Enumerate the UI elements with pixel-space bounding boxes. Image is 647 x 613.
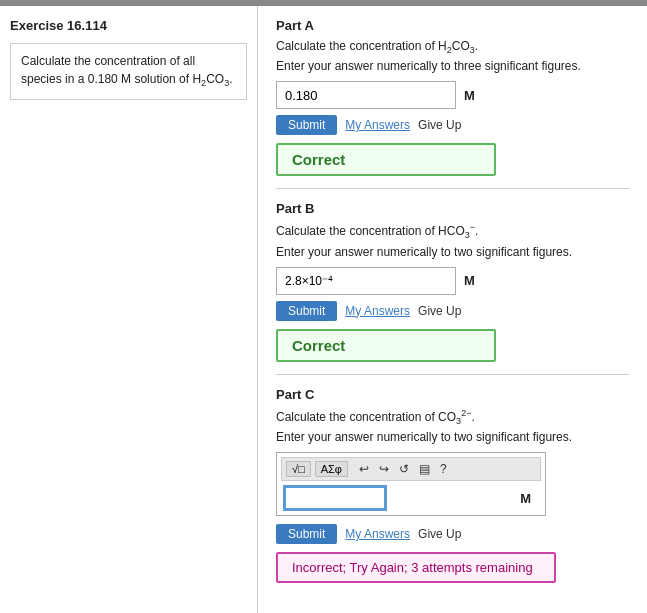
part-a-input[interactable]	[276, 81, 456, 109]
part-c-input[interactable]	[285, 487, 385, 509]
part-a-unit: M	[464, 88, 475, 103]
part-a-section: Part A Calculate the concentration of H2…	[276, 6, 629, 189]
exercise-title: Exercise 16.114	[10, 18, 247, 33]
part-b-my-answers-button[interactable]: My Answers	[345, 304, 410, 318]
part-c-unit: M	[520, 491, 537, 506]
part-c-question: Calculate the concentration of CO32−.	[276, 408, 629, 426]
sidebar: Exercise 16.114 Calculate the concentrat…	[0, 6, 258, 613]
part-c-instruction: Enter your answer numerically to two sig…	[276, 430, 629, 444]
part-c-label: Part C	[276, 387, 629, 402]
part-c-result: Incorrect; Try Again; 3 attempts remaini…	[276, 552, 556, 583]
part-a-submit-button[interactable]: Submit	[276, 115, 337, 135]
part-b-label: Part B	[276, 201, 629, 216]
math-toolbar: √□ ΑΣφ ↩ ↪ ↺ ▤ ?	[281, 457, 541, 481]
part-c-submit-button[interactable]: Submit	[276, 524, 337, 544]
part-a-my-answers-button[interactable]: My Answers	[345, 118, 410, 132]
part-a-give-up-label: Give Up	[418, 118, 461, 132]
part-a-question: Calculate the concentration of H2CO3.	[276, 39, 629, 55]
main-content: Part A Calculate the concentration of H2…	[258, 6, 647, 613]
part-b-section: Part B Calculate the concentration of HC…	[276, 189, 629, 374]
grid-icon[interactable]: ▤	[416, 461, 433, 477]
part-a-input-row: M	[276, 81, 629, 109]
part-b-input[interactable]	[276, 267, 456, 295]
part-b-give-up-label: Give Up	[418, 304, 461, 318]
math-editor: √□ ΑΣφ ↩ ↪ ↺ ▤ ? M	[276, 452, 546, 516]
sqrt-button[interactable]: √□	[286, 461, 311, 477]
redo-icon[interactable]: ↪	[376, 461, 392, 477]
exercise-description: Calculate the concentration of all speci…	[10, 43, 247, 100]
part-b-unit: M	[464, 273, 475, 288]
part-b-result: Correct	[276, 329, 496, 362]
part-a-label: Part A	[276, 18, 629, 33]
part-a-result: Correct	[276, 143, 496, 176]
part-c-give-up-label: Give Up	[418, 527, 461, 541]
part-b-question: Calculate the concentration of HCO3−.	[276, 222, 629, 240]
part-a-actions: Submit My Answers Give Up	[276, 115, 629, 135]
help-icon[interactable]: ?	[437, 461, 450, 477]
part-c-section: Part C Calculate the concentration of CO…	[276, 375, 629, 595]
part-a-instruction: Enter your answer numerically to three s…	[276, 59, 629, 73]
part-c-my-answers-button[interactable]: My Answers	[345, 527, 410, 541]
part-b-actions: Submit My Answers Give Up	[276, 301, 629, 321]
sigma-button[interactable]: ΑΣφ	[315, 461, 348, 477]
undo-icon[interactable]: ↩	[356, 461, 372, 477]
part-b-submit-button[interactable]: Submit	[276, 301, 337, 321]
part-b-input-row: M	[276, 267, 629, 295]
math-input-row: M	[281, 485, 541, 511]
part-c-actions: Submit My Answers Give Up	[276, 524, 629, 544]
refresh-icon[interactable]: ↺	[396, 461, 412, 477]
part-b-instruction: Enter your answer numerically to two sig…	[276, 245, 629, 259]
